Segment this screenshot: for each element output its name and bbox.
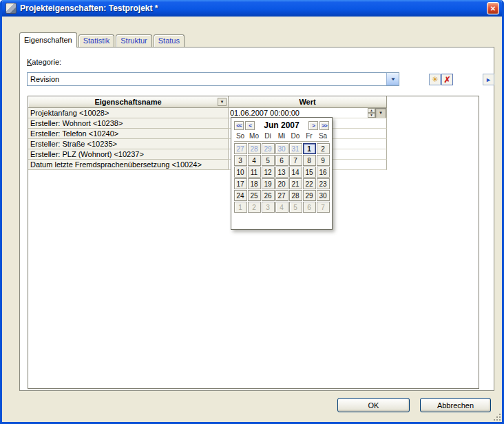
calendar-day[interactable]: 20 bbox=[275, 178, 288, 189]
calendar-day[interactable]: 1 bbox=[303, 143, 316, 154]
spinner: ▲▼ bbox=[368, 108, 375, 118]
property-name-cell[interactable]: Projektanfang <10028> bbox=[28, 108, 229, 118]
calendar-day[interactable]: 30 bbox=[275, 143, 288, 154]
calendar-month-label: Jun 2007 bbox=[256, 120, 307, 130]
resize-grip[interactable] bbox=[492, 412, 501, 421]
calendar-day[interactable]: 2 bbox=[317, 143, 330, 154]
calendar-day[interactable]: 11 bbox=[248, 167, 261, 178]
delete-button[interactable]: ✗ bbox=[441, 74, 453, 85]
calendar-day[interactable]: 9 bbox=[317, 155, 330, 166]
calendar-day[interactable]: 26 bbox=[262, 190, 275, 201]
calendar-day[interactable]: 7 bbox=[317, 202, 330, 213]
combo-dropdown-button[interactable]: ▼ bbox=[386, 73, 399, 85]
close-button[interactable]: ✕ bbox=[487, 2, 499, 14]
calendar-day[interactable]: 12 bbox=[262, 167, 275, 178]
calendar-day[interactable]: 5 bbox=[262, 155, 275, 166]
cancel-button[interactable]: Abbrechen bbox=[420, 398, 491, 412]
header-label: Eigenschaftsname bbox=[94, 98, 161, 106]
calendar-day[interactable]: 2 bbox=[248, 202, 261, 213]
calendar-day[interactable]: 23 bbox=[317, 178, 330, 189]
calendar-day[interactable]: 15 bbox=[303, 167, 316, 178]
calendar-day[interactable]: 6 bbox=[275, 155, 288, 166]
calendar-day[interactable]: 4 bbox=[248, 155, 261, 166]
delete-x-icon: ✗ bbox=[443, 76, 450, 84]
calendar-day[interactable]: 18 bbox=[248, 178, 261, 189]
calendar-day[interactable]: 5 bbox=[289, 202, 302, 213]
calendar-day[interactable]: 3 bbox=[234, 155, 247, 166]
column-header-wert[interactable]: Wert bbox=[229, 96, 387, 108]
weekday-label: Di bbox=[262, 132, 275, 141]
weekday-label: So bbox=[234, 132, 247, 141]
calendar-nav: << < Jun 2007 > >> bbox=[234, 120, 329, 130]
header-dropdown-button[interactable]: ▼ bbox=[218, 98, 227, 106]
calendar-day[interactable]: 13 bbox=[275, 167, 288, 178]
datetime-value[interactable]: 01.06.2007 00:00:00 bbox=[230, 109, 368, 118]
kategorie-value: Revision bbox=[28, 75, 386, 83]
play-icon: ► bbox=[485, 76, 492, 83]
calendar-day[interactable]: 6 bbox=[303, 202, 316, 213]
calendar-day[interactable]: 27 bbox=[234, 143, 247, 154]
calendar-day[interactable]: 19 bbox=[262, 178, 275, 189]
calendar-day[interactable]: 4 bbox=[275, 202, 288, 213]
calendar-day[interactable]: 31 bbox=[289, 143, 302, 154]
weekday-label: Mo bbox=[248, 132, 261, 141]
spin-down-button[interactable]: ▼ bbox=[368, 113, 375, 118]
kategorie-combobox[interactable]: Revision ▼ bbox=[27, 72, 399, 86]
next-month-button[interactable]: > bbox=[308, 121, 318, 130]
calendar-day[interactable]: 25 bbox=[248, 190, 261, 201]
calendar-day[interactable]: 24 bbox=[234, 190, 247, 201]
new-entry-button[interactable]: ✳ bbox=[429, 74, 441, 85]
sparkle-icon: ✳ bbox=[432, 75, 438, 84]
calendar-day[interactable]: 27 bbox=[275, 190, 288, 201]
tab-eigenschaften[interactable]: Eigenschaften bbox=[19, 32, 77, 47]
calendar-days: 2728293031123456789101112131415161718192… bbox=[234, 143, 329, 213]
property-name-cell[interactable]: Ersteller: Wohnort <10238> bbox=[28, 118, 229, 129]
prev-month-button[interactable]: < bbox=[245, 121, 255, 130]
tab-page-eigenschaften: Kategorie: Revision ▼ ✳ ✗ ► Eigenschafts… bbox=[19, 47, 494, 391]
column-header-eigenschaftsname[interactable]: Eigenschaftsname ▼ bbox=[28, 96, 229, 108]
tab-struktur[interactable]: Struktur bbox=[116, 34, 152, 47]
calendar-day[interactable]: 28 bbox=[289, 190, 302, 201]
calendar-day[interactable]: 7 bbox=[289, 155, 302, 166]
close-icon: ✕ bbox=[490, 5, 496, 12]
weekday-label: Do bbox=[289, 132, 302, 141]
property-name-cell[interactable]: Ersteller: Telefon <10240> bbox=[28, 129, 229, 139]
calendar-day[interactable]: 3 bbox=[262, 202, 275, 213]
property-name-cell[interactable]: Ersteller: PLZ (Wohnort) <10237> bbox=[28, 149, 229, 160]
kategorie-label: Kategorie: bbox=[27, 58, 61, 66]
weekday-label: Fr bbox=[303, 132, 316, 141]
property-name-cell[interactable]: Datum letzte Fremdsprachenübersetzung <1… bbox=[28, 160, 229, 170]
cancel-label: Abbrechen bbox=[437, 401, 474, 410]
chevron-down-icon: ▼ bbox=[390, 77, 396, 81]
calendar-weekdays: SoMoDiMiDoFrSa bbox=[234, 132, 329, 142]
prev-year-button[interactable]: << bbox=[234, 121, 244, 130]
window-title: Projekteigenschaften: Testprojekt * bbox=[20, 3, 483, 13]
tab-status[interactable]: Status bbox=[154, 34, 185, 47]
header-label: Wert bbox=[299, 98, 315, 106]
expand-button[interactable]: ► bbox=[483, 74, 494, 85]
calendar-day[interactable]: 22 bbox=[303, 178, 316, 189]
calendar-day[interactable]: 17 bbox=[234, 178, 247, 189]
calendar-day[interactable]: 16 bbox=[317, 167, 330, 178]
date-dropdown-button[interactable]: ▼ bbox=[375, 108, 386, 118]
ok-label: OK bbox=[368, 401, 379, 410]
weekday-label: Mi bbox=[275, 132, 288, 141]
calendar-day[interactable]: 28 bbox=[248, 143, 261, 154]
ok-button[interactable]: OK bbox=[337, 398, 410, 412]
calendar-popup: << < Jun 2007 > >> SoMoDiMiDoFrSa 272829… bbox=[231, 117, 333, 230]
next-year-button[interactable]: >> bbox=[319, 121, 329, 130]
calendar-day[interactable]: 29 bbox=[303, 190, 316, 201]
calendar-day[interactable]: 14 bbox=[289, 167, 302, 178]
tab-statistik[interactable]: Statistik bbox=[78, 34, 115, 47]
calendar-day[interactable]: 21 bbox=[289, 178, 302, 189]
calendar-day[interactable]: 10 bbox=[234, 167, 247, 178]
calendar-day[interactable]: 8 bbox=[303, 155, 316, 166]
weekday-label: Sa bbox=[317, 132, 330, 141]
tab-bar: EigenschaftenStatistikStrukturStatus bbox=[19, 32, 186, 47]
calendar-day[interactable]: 1 bbox=[234, 202, 247, 213]
calendar-day[interactable]: 29 bbox=[262, 143, 275, 154]
titlebar[interactable]: Projekteigenschaften: Testprojekt * ✕ bbox=[2, 0, 502, 17]
calendar-day[interactable]: 30 bbox=[317, 190, 330, 201]
app-icon bbox=[6, 3, 17, 14]
property-name-cell[interactable]: Ersteller: Straße <10235> bbox=[28, 139, 229, 149]
